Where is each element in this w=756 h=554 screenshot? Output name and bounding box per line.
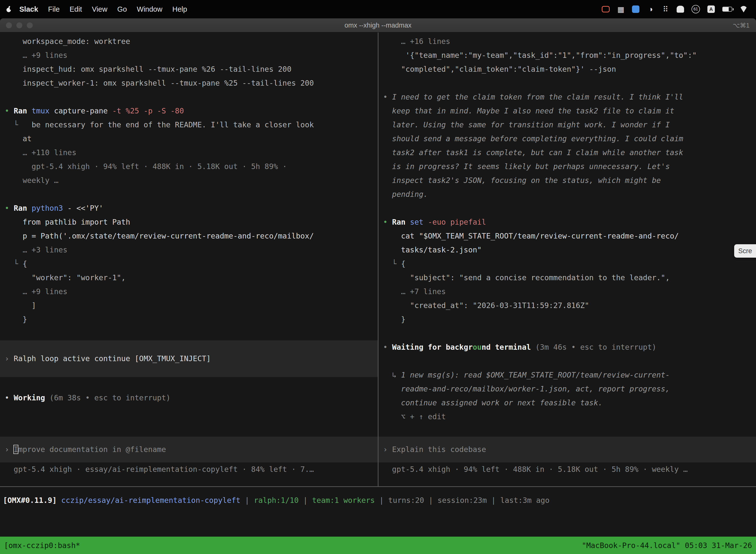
menu-item-go[interactable]: Go: [117, 5, 127, 13]
tmux-pane-left[interactable]: workspace_mode: worktree … +9 lines insp…: [0, 33, 378, 486]
menu-item-view[interactable]: View: [92, 5, 107, 13]
terminal-line: • Ran python3 - <<'PY': [5, 201, 378, 215]
terminal-line: [5, 90, 378, 104]
menu-item-file[interactable]: File: [48, 5, 60, 13]
terminal-line: cat "$OMX_TEAM_STATE_ROOT/team/review-cu…: [383, 229, 756, 243]
terminal-line: ]: [5, 298, 378, 313]
swift-icon[interactable]: [632, 5, 639, 13]
terminal-line: └ be necessary for the end of the README…: [5, 118, 378, 132]
menu-items: FileEditViewGoWindowHelp: [48, 5, 197, 13]
terminal-line: ↳ 1 new msg(s): read $OMX_TEAM_STATE_ROO…: [383, 368, 756, 382]
terminal-line: "created_at": "2026-03-31T11:59:27.816Z": [383, 298, 756, 313]
terminal-line: pending.: [383, 187, 756, 201]
suggestion-bar[interactable]: › Explain this codebase: [378, 437, 756, 462]
traffic-lights: [6, 22, 33, 28]
terminal-line: "worker": "worker-1",: [5, 271, 378, 285]
tmux-host-time: "MacBook-Pro-44.local" 05:03 31-Mar-26: [582, 541, 752, 550]
tmux-panes: workspace_mode: worktree … +9 lines insp…: [0, 33, 756, 486]
terminal-line: }: [5, 313, 378, 326]
display-contrast-icon[interactable]: ◑: [647, 5, 654, 13]
terminal-line: [383, 201, 756, 215]
window-shortcut-hint: ⌥⌘1: [733, 22, 750, 29]
terminal-line: later. Using the same for transition mig…: [383, 118, 756, 132]
terminal-window: workspace_mode: worktree … +9 lines insp…: [0, 33, 756, 544]
terminal-line: [383, 76, 756, 90]
terminal-line: '{"team_name":"my-team","task_id":"1","f…: [383, 48, 756, 62]
terminal-line: gpt-5.4 xhigh · 94% left · 488K in · 5.1…: [5, 160, 378, 173]
wifi-icon[interactable]: [740, 6, 748, 12]
terminal-line: … +16 lines: [383, 35, 756, 48]
screenshot-overlay-chip[interactable]: Scre: [734, 244, 756, 258]
omx-status-area: [OMX#0.11.9] cczip/essay/ai-reimplementa…: [0, 493, 756, 544]
terminal-line: [5, 326, 378, 340]
terminal-line: • Ran set -euo pipefail: [383, 215, 756, 229]
terminal-line: [383, 326, 756, 340]
battery-icon[interactable]: [722, 7, 732, 12]
menu-item-help[interactable]: Help: [172, 5, 187, 13]
terminal-line: weekly …: [5, 173, 378, 187]
terminal-line: keep that in mind. Maybe I also need the…: [383, 104, 756, 118]
terminal-line: "subject": "send a concise recommendatio…: [383, 271, 756, 285]
terminal-line: • I need to get the claim token from the…: [383, 90, 756, 104]
terminal-line: }: [383, 313, 756, 326]
ghost-icon[interactable]: [677, 6, 684, 13]
menu-item-edit[interactable]: Edit: [70, 5, 82, 13]
terminal-line: • Waiting for background terminal (3m 46…: [383, 340, 756, 354]
window-titlebar[interactable]: omx --xhigh --madmax ⌥⌘1: [0, 18, 756, 33]
terminal-line: tasks/task-2.json": [383, 243, 756, 257]
terminal-line: p = Path('.omx/state/team/review-current…: [5, 229, 378, 243]
terminal-line: … +9 lines: [5, 285, 378, 298]
menu-bar: Slack FileEditViewGoWindowHelp ▦◑⠿61A: [0, 0, 756, 18]
pane-bottom-border: [0, 486, 756, 487]
window-title: omx --xhigh --madmax: [0, 21, 756, 29]
terminal-line: gpt-5.4 xhigh · essay/ai-reimplementatio…: [5, 462, 378, 476]
terminal-line: … +9 lines: [5, 48, 378, 62]
close-button[interactable]: [6, 22, 12, 28]
terminal-line: from pathlib import Path: [5, 215, 378, 229]
zoom-button[interactable]: [27, 22, 33, 28]
terminal-line: … +3 lines: [5, 243, 378, 257]
input-source-icon[interactable]: A: [707, 5, 715, 13]
tmux-pane-right[interactable]: … +16 lines '{"team_name":"my-team","tas…: [378, 33, 756, 486]
terminal-line: [5, 377, 378, 391]
terminal-line: [383, 354, 756, 368]
minimize-button[interactable]: [16, 22, 22, 28]
terminal-line: "completed","claim_token":"claim-token"}…: [383, 62, 756, 76]
menu-status-icons: ▦◑⠿61A: [602, 5, 748, 13]
screen-recording-icon[interactable]: [602, 6, 610, 12]
terminal-line: is in progress? It seems likely but perh…: [383, 160, 756, 173]
terminal-line: at: [5, 132, 378, 146]
terminal-line: [5, 187, 378, 201]
terminal-line: • Working (6m 38s • esc to interrupt): [5, 391, 378, 405]
terminal-line: inspect_worker-1: omx sparkshell --tmux-…: [5, 76, 378, 90]
tmux-status-bar: [omx-cczip0:bash* "MacBook-Pro-44.local"…: [0, 537, 756, 554]
terminal-line: inspect_hud: omx sparkshell --tmux-pane …: [5, 62, 378, 76]
terminal-line: readme-and-reco/mailbox/worker-1.json, a…: [383, 382, 756, 396]
terminal-line: └ {: [383, 257, 756, 271]
terminal-line: └ {: [5, 257, 378, 271]
terminal-line: task2 after task1 is complete, but can I…: [383, 146, 756, 160]
terminal-line: … +7 lines: [383, 285, 756, 298]
tmux-session-label: [omx-cczip0:bash*: [4, 541, 80, 550]
prompt-input-bar[interactable]: › Improve documentation in @filename: [0, 437, 378, 462]
window-grid-icon[interactable]: ▦: [617, 5, 625, 13]
terminal-line: • Ran tmux capture-pane -t %25 -p -S -80: [5, 104, 378, 118]
desktop: Slack FileEditViewGoWindowHelp ▦◑⠿61A om…: [0, 0, 756, 544]
terminal-line: workspace_mode: worktree: [5, 35, 378, 48]
terminal-line: … +110 lines: [5, 146, 378, 160]
omx-status-line: [OMX#0.11.9] cczip/essay/ai-reimplementa…: [3, 493, 756, 507]
terminal-line: gpt-5.4 xhigh · 94% left · 488K in · 5.1…: [383, 462, 756, 476]
apple-menu-icon[interactable]: [6, 6, 12, 13]
ralph-loop-status-bar[interactable]: › Ralph loop active continue [OMX_TMUX_I…: [0, 340, 378, 377]
badge-61-icon[interactable]: 61: [692, 5, 700, 13]
menu-item-window[interactable]: Window: [137, 5, 163, 13]
app-menu-slack[interactable]: Slack: [19, 5, 38, 13]
terminal-line: continue assigned work or next feasible …: [383, 396, 756, 410]
terminal-line: inspect task2's JSON, focusing on the st…: [383, 173, 756, 187]
apps-grid-icon[interactable]: ⠿: [662, 5, 669, 13]
terminal-line: ⌥ + ↑ edit: [383, 410, 756, 424]
terminal-line: should send a message before completing …: [383, 132, 756, 146]
